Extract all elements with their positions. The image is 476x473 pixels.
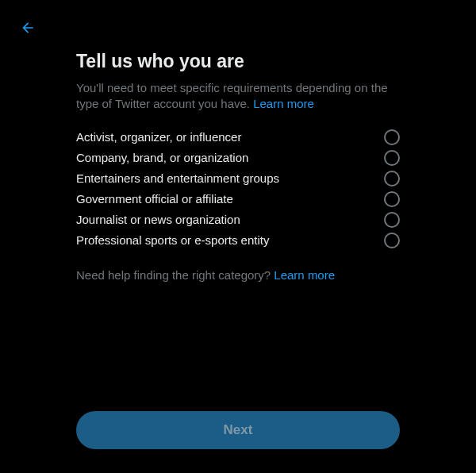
- radio-unchecked-icon: [384, 233, 400, 248]
- option-label: Company, brand, or organization: [76, 151, 248, 164]
- back-button[interactable]: [14, 14, 41, 41]
- option-label: Activist, organizer, or influencer: [76, 130, 241, 144]
- page-title: Tell us who you are: [76, 51, 400, 72]
- radio-unchecked-icon: [384, 150, 400, 166]
- option-label: Professional sports or e-sports entity: [76, 233, 269, 247]
- help-learn-more-link[interactable]: Learn more: [274, 268, 335, 282]
- radio-unchecked-icon: [384, 171, 400, 187]
- learn-more-link[interactable]: Learn more: [253, 97, 314, 110]
- category-option-journalist[interactable]: Journalist or news organization: [76, 210, 400, 230]
- help-text: Need help finding the right category? Le…: [76, 268, 400, 282]
- option-label: Entertainers and entertainment groups: [76, 171, 279, 185]
- category-option-activist[interactable]: Activist, organizer, or influencer: [76, 127, 400, 148]
- category-option-company[interactable]: Company, brand, or organization: [76, 148, 400, 168]
- category-option-sports[interactable]: Professional sports or e-sports entity: [76, 230, 400, 251]
- option-label: Journalist or news organization: [76, 213, 240, 226]
- help-text-label: Need help finding the right category?: [76, 268, 274, 282]
- category-option-entertainers[interactable]: Entertainers and entertainment groups: [76, 168, 400, 189]
- category-option-government[interactable]: Government official or affiliate: [76, 189, 400, 210]
- category-option-list: Activist, organizer, or influencer Compa…: [76, 127, 400, 251]
- option-label: Government official or affiliate: [76, 192, 233, 206]
- radio-unchecked-icon: [384, 129, 400, 145]
- arrow-left-icon: [20, 20, 36, 36]
- next-button[interactable]: Next: [76, 411, 400, 449]
- page-description: You'll need to meet specific requirement…: [76, 80, 400, 113]
- radio-unchecked-icon: [384, 191, 400, 207]
- description-text: You'll need to meet specific requirement…: [76, 81, 388, 110]
- dialog-content: Tell us who you are You'll need to meet …: [0, 0, 476, 282]
- radio-unchecked-icon: [384, 212, 400, 228]
- next-button-label: Next: [224, 422, 253, 438]
